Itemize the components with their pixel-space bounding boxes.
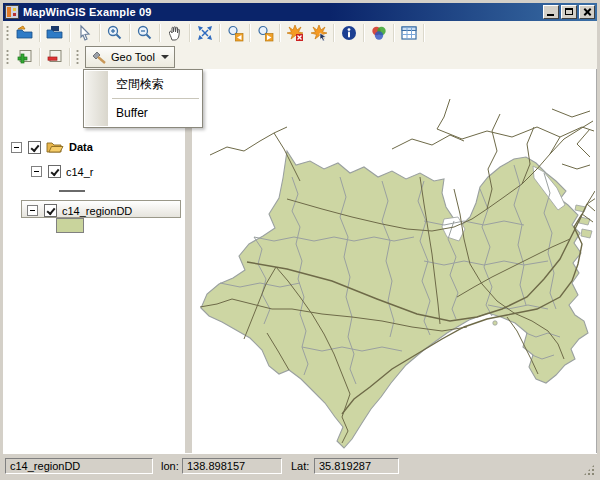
save-folder-icon xyxy=(46,24,64,42)
info-icon xyxy=(340,24,358,42)
collapse-icon[interactable] xyxy=(31,166,42,177)
select-shape-icon xyxy=(310,24,328,42)
clear-shapes-icon xyxy=(286,24,304,42)
status-bar: c14_regionDD lon: 138.898157 Lat: 35.819… xyxy=(3,453,597,478)
resize-grip[interactable] xyxy=(583,464,595,476)
folder-icon xyxy=(46,140,64,154)
zoom-out-icon xyxy=(136,24,154,42)
toolbar-grip-3[interactable] xyxy=(76,49,79,65)
zoom-extent-button[interactable] xyxy=(193,22,217,44)
layer-row-region[interactable]: c14_regionDD xyxy=(27,204,132,217)
menu-separator xyxy=(112,98,199,99)
lat-label: Lat: xyxy=(291,460,309,472)
zoom-previous-button[interactable] xyxy=(223,22,247,44)
menu-icon-gutter xyxy=(85,71,108,126)
app-icon xyxy=(5,5,19,19)
collapse-icon[interactable] xyxy=(11,142,22,153)
select-shape-button[interactable] xyxy=(307,22,331,44)
road-layer-label: c14_r xyxy=(66,166,94,178)
region-layer-checkbox[interactable] xyxy=(44,204,57,217)
title-bar[interactable]: MapWinGIS Example 09 xyxy=(3,3,597,21)
geo-tool-menu: 空間検索 Buffer xyxy=(83,69,203,128)
zoom-out-button[interactable] xyxy=(133,22,157,44)
region-fill-symbol xyxy=(56,218,84,233)
root-checkbox[interactable] xyxy=(28,141,41,154)
zoom-in-button[interactable] xyxy=(103,22,127,44)
clear-shapes-button[interactable] xyxy=(283,22,307,44)
road-layer-checkbox[interactable] xyxy=(48,165,61,178)
save-button[interactable] xyxy=(43,22,67,44)
cursor-icon xyxy=(76,24,94,42)
region-layer-label: c14_regionDD xyxy=(62,205,132,217)
collapse-icon[interactable] xyxy=(27,205,38,216)
open-folder-icon xyxy=(16,24,34,42)
symbology-button[interactable] xyxy=(367,22,391,44)
maximize-button[interactable] xyxy=(561,5,577,19)
cursor-tool-button[interactable] xyxy=(73,22,97,44)
zoom-next-button[interactable] xyxy=(253,22,277,44)
remove-layer-button[interactable] xyxy=(43,46,67,68)
layer-row-road[interactable]: c14_r xyxy=(31,165,94,178)
pan-tool-button[interactable] xyxy=(163,22,187,44)
info-button[interactable] xyxy=(337,22,361,44)
menu-item-spatial-search[interactable]: 空間検索 xyxy=(110,72,204,96)
road-line-symbol xyxy=(59,190,85,192)
zoom-next-icon xyxy=(256,24,274,42)
toolbar-grip[interactable] xyxy=(6,25,9,41)
add-layer-icon xyxy=(16,48,34,66)
hammer-icon xyxy=(91,50,107,65)
toolbar-main xyxy=(3,21,597,45)
legend-root-row[interactable]: Data xyxy=(11,140,93,154)
status-layer-name: c14_regionDD xyxy=(5,458,153,474)
root-label: Data xyxy=(69,141,93,153)
lat-value: 35.819287 xyxy=(314,458,399,474)
symbology-icon xyxy=(370,24,388,42)
open-button[interactable] xyxy=(13,22,37,44)
minimize-button[interactable] xyxy=(543,5,559,19)
geo-tool-label: Geo Tool xyxy=(111,51,155,63)
app-window: { "window": { "title": "MapWinGIS Exampl… xyxy=(0,0,600,480)
menu-item-buffer[interactable]: Buffer xyxy=(110,101,204,125)
add-layer-button[interactable] xyxy=(13,46,37,68)
map-canvas xyxy=(192,69,595,453)
pan-hand-icon xyxy=(166,24,184,42)
lon-label: lon: xyxy=(161,460,179,472)
remove-layer-icon xyxy=(46,48,64,66)
toolbar-grip-2[interactable] xyxy=(6,49,9,65)
zoom-previous-icon xyxy=(226,24,244,42)
window-title: MapWinGIS Example 09 xyxy=(23,6,152,18)
toolbar-area: Geo Tool xyxy=(3,21,597,70)
geo-tool-dropdown-button[interactable]: Geo Tool xyxy=(85,46,175,68)
attribute-table-button[interactable] xyxy=(397,22,421,44)
zoom-in-icon xyxy=(106,24,124,42)
close-button[interactable] xyxy=(579,5,595,19)
dropdown-arrow-icon xyxy=(161,55,169,59)
zoom-extent-icon xyxy=(196,24,214,42)
map-view[interactable] xyxy=(192,69,597,453)
toolbar-layers: Geo Tool xyxy=(3,45,597,69)
attribute-table-icon xyxy=(400,24,418,42)
lon-value: 138.898157 xyxy=(182,458,282,474)
